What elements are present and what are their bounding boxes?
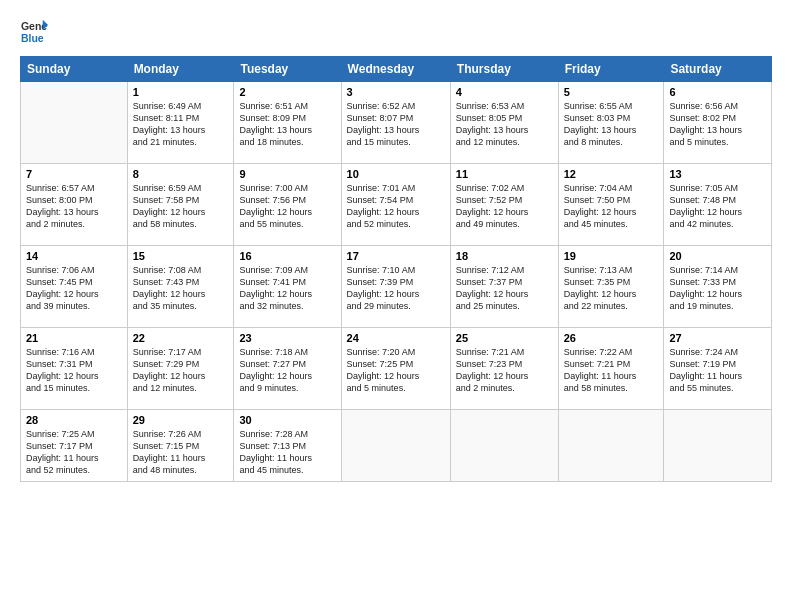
calendar-cell: 11Sunrise: 7:02 AM Sunset: 7:52 PM Dayli… — [450, 164, 558, 246]
day-info: Sunrise: 7:08 AM Sunset: 7:43 PM Dayligh… — [133, 264, 229, 313]
calendar-cell: 3Sunrise: 6:52 AM Sunset: 8:07 PM Daylig… — [341, 82, 450, 164]
day-info: Sunrise: 7:22 AM Sunset: 7:21 PM Dayligh… — [564, 346, 659, 395]
calendar-cell: 20Sunrise: 7:14 AM Sunset: 7:33 PM Dayli… — [664, 246, 772, 328]
calendar-cell: 5Sunrise: 6:55 AM Sunset: 8:03 PM Daylig… — [558, 82, 664, 164]
calendar-page: General Blue SundayMondayTuesdayWednesda… — [0, 0, 792, 612]
calendar-header-row: SundayMondayTuesdayWednesdayThursdayFrid… — [21, 57, 772, 82]
day-number: 16 — [239, 250, 335, 262]
calendar-week-1: 1Sunrise: 6:49 AM Sunset: 8:11 PM Daylig… — [21, 82, 772, 164]
calendar-cell: 1Sunrise: 6:49 AM Sunset: 8:11 PM Daylig… — [127, 82, 234, 164]
calendar-cell: 21Sunrise: 7:16 AM Sunset: 7:31 PM Dayli… — [21, 328, 128, 410]
day-number: 25 — [456, 332, 553, 344]
calendar-cell: 6Sunrise: 6:56 AM Sunset: 8:02 PM Daylig… — [664, 82, 772, 164]
day-number: 6 — [669, 86, 766, 98]
svg-text:Blue: Blue — [21, 32, 44, 44]
day-number: 29 — [133, 414, 229, 426]
calendar-cell: 7Sunrise: 6:57 AM Sunset: 8:00 PM Daylig… — [21, 164, 128, 246]
calendar-cell: 30Sunrise: 7:28 AM Sunset: 7:13 PM Dayli… — [234, 410, 341, 482]
calendar-cell: 14Sunrise: 7:06 AM Sunset: 7:45 PM Dayli… — [21, 246, 128, 328]
calendar-cell: 8Sunrise: 6:59 AM Sunset: 7:58 PM Daylig… — [127, 164, 234, 246]
day-number: 3 — [347, 86, 445, 98]
calendar-cell: 17Sunrise: 7:10 AM Sunset: 7:39 PM Dayli… — [341, 246, 450, 328]
day-info: Sunrise: 7:18 AM Sunset: 7:27 PM Dayligh… — [239, 346, 335, 395]
calendar-cell: 12Sunrise: 7:04 AM Sunset: 7:50 PM Dayli… — [558, 164, 664, 246]
day-number: 5 — [564, 86, 659, 98]
day-number: 27 — [669, 332, 766, 344]
day-info: Sunrise: 7:01 AM Sunset: 7:54 PM Dayligh… — [347, 182, 445, 231]
calendar-cell: 13Sunrise: 7:05 AM Sunset: 7:48 PM Dayli… — [664, 164, 772, 246]
calendar-cell — [21, 82, 128, 164]
day-info: Sunrise: 6:49 AM Sunset: 8:11 PM Dayligh… — [133, 100, 229, 149]
day-info: Sunrise: 7:26 AM Sunset: 7:15 PM Dayligh… — [133, 428, 229, 477]
calendar-week-3: 14Sunrise: 7:06 AM Sunset: 7:45 PM Dayli… — [21, 246, 772, 328]
calendar-cell — [341, 410, 450, 482]
day-number: 8 — [133, 168, 229, 180]
day-info: Sunrise: 6:53 AM Sunset: 8:05 PM Dayligh… — [456, 100, 553, 149]
day-info: Sunrise: 7:14 AM Sunset: 7:33 PM Dayligh… — [669, 264, 766, 313]
day-number: 7 — [26, 168, 122, 180]
day-info: Sunrise: 6:51 AM Sunset: 8:09 PM Dayligh… — [239, 100, 335, 149]
day-info: Sunrise: 7:20 AM Sunset: 7:25 PM Dayligh… — [347, 346, 445, 395]
day-number: 18 — [456, 250, 553, 262]
day-info: Sunrise: 7:17 AM Sunset: 7:29 PM Dayligh… — [133, 346, 229, 395]
day-info: Sunrise: 6:59 AM Sunset: 7:58 PM Dayligh… — [133, 182, 229, 231]
day-number: 20 — [669, 250, 766, 262]
day-info: Sunrise: 7:24 AM Sunset: 7:19 PM Dayligh… — [669, 346, 766, 395]
day-number: 9 — [239, 168, 335, 180]
calendar-cell: 15Sunrise: 7:08 AM Sunset: 7:43 PM Dayli… — [127, 246, 234, 328]
day-number: 23 — [239, 332, 335, 344]
day-info: Sunrise: 6:57 AM Sunset: 8:00 PM Dayligh… — [26, 182, 122, 231]
day-number: 21 — [26, 332, 122, 344]
calendar-cell: 19Sunrise: 7:13 AM Sunset: 7:35 PM Dayli… — [558, 246, 664, 328]
day-number: 15 — [133, 250, 229, 262]
day-number: 22 — [133, 332, 229, 344]
calendar-cell — [450, 410, 558, 482]
day-info: Sunrise: 7:28 AM Sunset: 7:13 PM Dayligh… — [239, 428, 335, 477]
day-info: Sunrise: 7:25 AM Sunset: 7:17 PM Dayligh… — [26, 428, 122, 477]
day-info: Sunrise: 7:00 AM Sunset: 7:56 PM Dayligh… — [239, 182, 335, 231]
col-header-friday: Friday — [558, 57, 664, 82]
day-number: 30 — [239, 414, 335, 426]
day-number: 24 — [347, 332, 445, 344]
calendar-cell: 9Sunrise: 7:00 AM Sunset: 7:56 PM Daylig… — [234, 164, 341, 246]
calendar-table: SundayMondayTuesdayWednesdayThursdayFrid… — [20, 56, 772, 482]
calendar-cell: 28Sunrise: 7:25 AM Sunset: 7:17 PM Dayli… — [21, 410, 128, 482]
calendar-cell — [664, 410, 772, 482]
logo: General Blue — [20, 18, 48, 46]
day-number: 28 — [26, 414, 122, 426]
col-header-monday: Monday — [127, 57, 234, 82]
day-number: 12 — [564, 168, 659, 180]
day-number: 2 — [239, 86, 335, 98]
col-header-thursday: Thursday — [450, 57, 558, 82]
day-info: Sunrise: 7:21 AM Sunset: 7:23 PM Dayligh… — [456, 346, 553, 395]
day-number: 10 — [347, 168, 445, 180]
calendar-cell: 24Sunrise: 7:20 AM Sunset: 7:25 PM Dayli… — [341, 328, 450, 410]
day-number: 11 — [456, 168, 553, 180]
calendar-cell: 29Sunrise: 7:26 AM Sunset: 7:15 PM Dayli… — [127, 410, 234, 482]
calendar-cell: 23Sunrise: 7:18 AM Sunset: 7:27 PM Dayli… — [234, 328, 341, 410]
day-info: Sunrise: 6:55 AM Sunset: 8:03 PM Dayligh… — [564, 100, 659, 149]
calendar-week-5: 28Sunrise: 7:25 AM Sunset: 7:17 PM Dayli… — [21, 410, 772, 482]
day-number: 14 — [26, 250, 122, 262]
calendar-week-4: 21Sunrise: 7:16 AM Sunset: 7:31 PM Dayli… — [21, 328, 772, 410]
day-info: Sunrise: 7:13 AM Sunset: 7:35 PM Dayligh… — [564, 264, 659, 313]
calendar-week-2: 7Sunrise: 6:57 AM Sunset: 8:00 PM Daylig… — [21, 164, 772, 246]
day-number: 17 — [347, 250, 445, 262]
calendar-cell: 16Sunrise: 7:09 AM Sunset: 7:41 PM Dayli… — [234, 246, 341, 328]
day-number: 1 — [133, 86, 229, 98]
calendar-cell: 10Sunrise: 7:01 AM Sunset: 7:54 PM Dayli… — [341, 164, 450, 246]
calendar-cell: 25Sunrise: 7:21 AM Sunset: 7:23 PM Dayli… — [450, 328, 558, 410]
day-number: 13 — [669, 168, 766, 180]
col-header-saturday: Saturday — [664, 57, 772, 82]
calendar-cell: 18Sunrise: 7:12 AM Sunset: 7:37 PM Dayli… — [450, 246, 558, 328]
calendar-cell: 22Sunrise: 7:17 AM Sunset: 7:29 PM Dayli… — [127, 328, 234, 410]
day-number: 19 — [564, 250, 659, 262]
day-info: Sunrise: 7:10 AM Sunset: 7:39 PM Dayligh… — [347, 264, 445, 313]
day-info: Sunrise: 7:09 AM Sunset: 7:41 PM Dayligh… — [239, 264, 335, 313]
col-header-sunday: Sunday — [21, 57, 128, 82]
day-info: Sunrise: 6:52 AM Sunset: 8:07 PM Dayligh… — [347, 100, 445, 149]
calendar-cell: 27Sunrise: 7:24 AM Sunset: 7:19 PM Dayli… — [664, 328, 772, 410]
calendar-cell — [558, 410, 664, 482]
day-number: 4 — [456, 86, 553, 98]
day-info: Sunrise: 7:05 AM Sunset: 7:48 PM Dayligh… — [669, 182, 766, 231]
